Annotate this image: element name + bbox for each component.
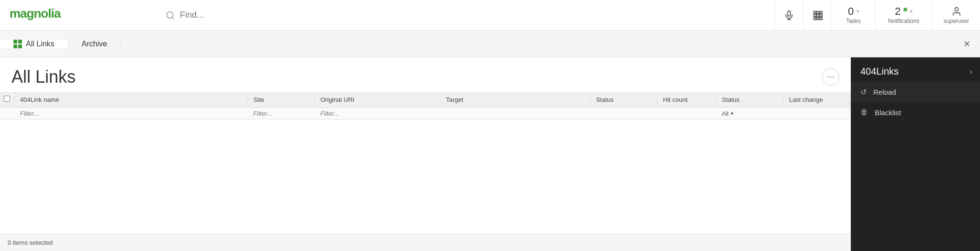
col-original-uri-label: Original URI [321, 96, 355, 103]
search-input[interactable] [180, 10, 767, 20]
tasks-dropdown-arrow: ▾ [857, 9, 859, 14]
tasks-count: 0 [848, 6, 854, 17]
col-site-label: Site [254, 96, 264, 103]
tab-all-links-label: All Links [26, 40, 55, 48]
side-panel-reload-item[interactable]: ↺ Reload [851, 82, 980, 102]
col-status2-label: Status [722, 96, 740, 103]
side-panel-blacklist-label: Blacklist [875, 109, 901, 117]
tab-bar-wrapper: All Links Archive ✕ [0, 40, 980, 48]
svg-point-16 [828, 76, 829, 77]
filter-status-cell [590, 108, 657, 120]
user-button[interactable]: superuser [932, 0, 980, 31]
col-status: Status [590, 92, 657, 108]
header: magnolia 0 ▾ [0, 0, 980, 31]
tab-bar: All Links Archive ✕ [0, 31, 980, 57]
search-area [158, 10, 774, 20]
filter-row: All ▾ [0, 108, 851, 120]
side-panel: 404Links › ↺ Reload 🗑 Blacklist [851, 57, 980, 251]
filter-site-cell [247, 108, 314, 120]
svg-point-15 [955, 7, 958, 11]
page-title-area: All Links [0, 57, 851, 92]
reload-icon: ↺ [860, 87, 867, 97]
logo: magnolia [10, 6, 72, 24]
notification-dot [903, 8, 907, 11]
user-icon [951, 6, 962, 17]
tab-all-links[interactable]: All Links [0, 40, 68, 48]
tab-archive[interactable]: Archive [68, 40, 121, 48]
filter-site-input[interactable] [253, 110, 309, 117]
tab-archive-label: Archive [82, 40, 107, 48]
select-all-checkbox[interactable] [4, 96, 10, 102]
checkbox-col-header [0, 92, 14, 108]
svg-rect-10 [817, 14, 819, 17]
notifications-label: Notifications [888, 18, 919, 24]
logo-area: magnolia [0, 6, 158, 24]
blacklist-icon: 🗑 [860, 108, 868, 117]
filter-hit-count-cell [657, 108, 716, 120]
svg-rect-3 [788, 11, 791, 16]
side-panel-title: 404Links [860, 66, 899, 77]
mic-button[interactable] [774, 0, 803, 31]
side-panel-header: 404Links › [851, 57, 980, 82]
svg-rect-11 [820, 14, 822, 17]
all-links-icon [13, 40, 22, 48]
mic-icon [784, 10, 794, 21]
filter-last-change-cell [783, 108, 850, 120]
filter-uri-cell [314, 108, 440, 120]
col-hit-count: Hit count [657, 92, 716, 108]
main-content: All Links 404Link name [0, 57, 980, 251]
col-name-label: 404Link name [20, 96, 59, 103]
kebab-icon [826, 73, 835, 81]
svg-rect-12 [813, 17, 816, 20]
col-name: 404Link name [14, 92, 248, 108]
svg-rect-14 [820, 17, 822, 20]
notifications-dropdown-arrow: ▾ [910, 9, 913, 14]
table-header-row: 404Link name Site Original URI Target St [0, 92, 851, 108]
status-bar: 0 items selected [0, 234, 851, 251]
svg-point-17 [830, 76, 831, 77]
col-last-change-label: Last change [789, 96, 823, 103]
col-last-change: Last change [783, 92, 850, 108]
side-panel-blacklist-item[interactable]: 🗑 Blacklist [851, 102, 980, 122]
filter-checkbox-cell [0, 108, 14, 120]
svg-rect-7 [817, 11, 819, 13]
svg-point-18 [833, 76, 834, 77]
svg-line-2 [172, 17, 174, 19]
col-target: Target [440, 92, 590, 108]
col-target-label: Target [446, 96, 463, 103]
col-hit-count-label: Hit count [663, 96, 688, 103]
apps-button[interactable] [803, 0, 832, 31]
search-icon [166, 11, 175, 20]
filter-status2-cell: All ▾ [716, 108, 783, 120]
side-panel-reload-label: Reload [873, 88, 896, 96]
tasks-label: Tasks [846, 18, 861, 24]
col-status-label: Status [596, 96, 613, 103]
notifications-button[interactable]: 2 ▾ Notifications [875, 0, 932, 31]
links-table: 404Link name Site Original URI Target St [0, 92, 851, 120]
status-filter: All ▾ [722, 110, 777, 117]
filter-name-input[interactable] [20, 110, 242, 117]
svg-rect-13 [817, 17, 819, 20]
table-container: 404Link name Site Original URI Target St [0, 92, 851, 234]
col-original-uri: Original URI [314, 92, 440, 108]
close-button[interactable]: ✕ [963, 39, 970, 49]
filter-target-cell [440, 108, 590, 120]
side-panel-expand-button[interactable]: › [970, 67, 972, 76]
header-right: 0 ▾ Tasks 2 ▾ Notifications superuser [774, 0, 980, 31]
svg-point-1 [167, 11, 173, 18]
svg-rect-8 [820, 11, 822, 13]
status-filter-label: All [722, 110, 728, 117]
svg-rect-6 [813, 11, 816, 13]
user-label: superuser [944, 18, 969, 24]
col-status2: Status [716, 92, 783, 108]
svg-rect-9 [813, 14, 816, 17]
tasks-button[interactable]: 0 ▾ Tasks [832, 0, 875, 31]
col-site: Site [247, 92, 314, 108]
grid-icon [813, 10, 823, 21]
content-area: All Links 404Link name [0, 57, 851, 251]
filter-name-cell [14, 108, 248, 120]
kebab-menu-button[interactable] [822, 68, 839, 86]
svg-text:magnolia: magnolia [10, 6, 61, 21]
notifications-count: 2 [895, 6, 901, 17]
filter-uri-input[interactable] [320, 110, 434, 117]
